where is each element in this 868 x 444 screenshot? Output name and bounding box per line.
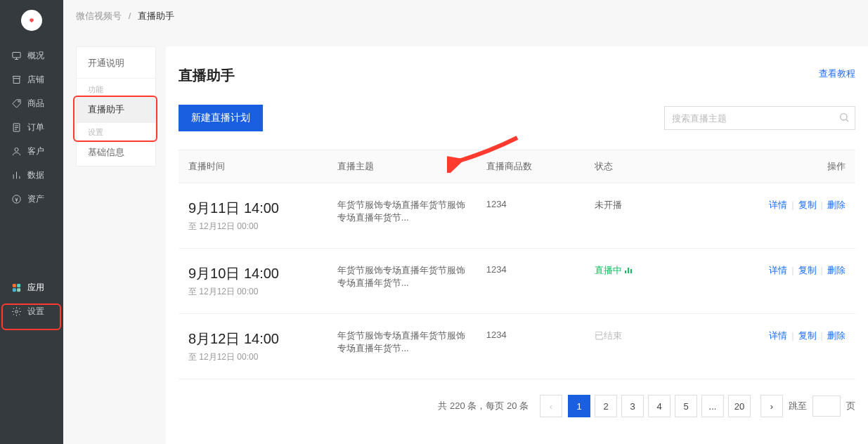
user-icon [11, 146, 22, 157]
col-status: 状态 [585, 150, 720, 183]
op-detail[interactable]: 详情 [769, 265, 787, 275]
page-prev-button[interactable]: ‹ [540, 395, 562, 417]
nav-goods[interactable]: 商品 [0, 91, 63, 115]
row-time-main: 8月12日 14:00 [188, 329, 318, 348]
apps-icon [11, 282, 22, 293]
op-copy[interactable]: 复制 [798, 330, 817, 341]
nav-data[interactable]: 数据 [0, 163, 63, 187]
monitor-icon [11, 51, 22, 61]
nav-item-label: 商品 [27, 98, 44, 110]
table-row: 8月12日 14:00至 12月12日 00:00年货节服饰专场直播年货节服饰专… [179, 314, 855, 379]
row-goods-count: 1234 [477, 249, 585, 314]
breadcrumb-current: 直播助手 [138, 11, 174, 21]
nav-shop[interactable]: 店铺 [0, 67, 63, 91]
page-number-button[interactable]: 3 [621, 395, 644, 417]
nav-item-label: 设置 [27, 306, 44, 318]
op-detail[interactable]: 详情 [769, 200, 787, 210]
col-ops: 操作 [720, 150, 855, 183]
table-row: 9月11日 14:00至 12月12日 00:00年货节服饰专场直播年货节服饰专… [179, 183, 855, 249]
svg-rect-0 [13, 52, 20, 58]
secondary-nav: 开通说明 功能 直播助手 设置 基础信息 [76, 46, 156, 166]
op-delete[interactable]: 删除 [827, 200, 846, 210]
status-not-started: 未开播 [595, 200, 622, 210]
live-plan-table: 直播时间 直播主题 直播商品数 状态 操作 9月11日 14:00至 12月12… [179, 150, 855, 379]
col-time: 直播时间 [179, 150, 328, 183]
subnav-section-feature: 功能 [77, 80, 155, 96]
nav-assets[interactable]: 资产 [0, 187, 63, 211]
nav-item-label: 概况 [27, 50, 44, 62]
primary-nav: 概况 店铺 商品 订单 客户 数据 资产 应用 设置 [0, 0, 63, 444]
page-number-button[interactable]: 2 [595, 395, 617, 417]
store-icon [11, 74, 22, 85]
subnav-basic-info[interactable]: 基础信息 [77, 139, 155, 166]
search-wrap [664, 106, 855, 130]
tag-icon [11, 98, 22, 109]
table-row: 9月10日 14:00至 12月12日 00:00年货节服饰专场直播年货节服饰专… [179, 249, 855, 314]
svg-point-9 [15, 310, 18, 313]
row-topic: 年货节服饰专场直播年货节服饰专场直播年货节... [328, 183, 477, 249]
nav-orders[interactable]: 订单 [0, 115, 63, 139]
op-copy[interactable]: 复制 [798, 265, 817, 275]
op-delete[interactable]: 删除 [827, 265, 846, 275]
page-number-button[interactable]: 5 [675, 395, 697, 417]
nav-item-label: 客户 [27, 145, 44, 157]
create-plan-button[interactable]: 新建直播计划 [179, 105, 263, 131]
op-delete[interactable]: 删除 [827, 330, 846, 341]
search-input[interactable] [664, 106, 855, 130]
row-goods-count: 1234 [477, 183, 585, 249]
nav-item-label: 数据 [27, 169, 44, 181]
nav-item-label: 应用 [27, 282, 44, 294]
op-copy[interactable]: 复制 [798, 200, 817, 210]
search-icon [838, 112, 850, 126]
breadcrumb-separator: / [129, 11, 131, 21]
svg-point-10 [841, 114, 847, 120]
svg-rect-5 [13, 283, 16, 287]
page-jump-input[interactable] [812, 396, 841, 417]
nav-overview[interactable]: 概况 [0, 44, 63, 67]
tutorial-link[interactable]: 查看教程 [819, 67, 855, 80]
svg-rect-7 [13, 288, 16, 292]
nav-item-label: 订单 [27, 122, 44, 133]
svg-rect-6 [17, 283, 20, 287]
nav-apps[interactable]: 应用 [0, 275, 63, 299]
page-title: 直播助手 [179, 66, 855, 85]
coin-icon [11, 194, 22, 204]
breadcrumb-root[interactable]: 微信视频号 [76, 11, 122, 21]
jump-unit: 页 [846, 400, 855, 412]
subnav-section-settings: 设置 [77, 123, 155, 139]
row-goods-count: 1234 [477, 314, 585, 379]
page-number-button[interactable]: 1 [568, 395, 590, 417]
svg-rect-8 [17, 288, 20, 292]
page-number-button[interactable]: 20 [728, 395, 751, 417]
gear-icon [11, 306, 22, 317]
op-detail[interactable]: 详情 [769, 330, 787, 341]
row-topic: 年货节服饰专场直播年货节服饰专场直播年货节... [328, 249, 477, 314]
live-indicator-icon [625, 268, 632, 273]
page-next-button[interactable]: › [760, 395, 783, 417]
page-number-button[interactable]: 4 [648, 395, 671, 417]
page-summary: 共 220 条，每页 20 条 [438, 400, 529, 412]
col-goods: 直播商品数 [477, 150, 585, 183]
subnav-open-guide[interactable]: 开通说明 [77, 47, 155, 77]
nav-item-label: 店铺 [27, 74, 44, 86]
row-time-sub: 至 12月12日 00:00 [188, 221, 318, 233]
bars-icon [11, 170, 22, 181]
main-content: 直播助手 查看教程 新建直播计划 直播时间 直播主题 直播商品数 状态 操作 9… [166, 46, 868, 444]
status-ended: 已结束 [595, 330, 622, 341]
row-time-main: 9月11日 14:00 [188, 199, 318, 218]
row-topic: 年货节服饰专场直播年货节服饰专场直播年货节... [328, 314, 477, 379]
row-time-main: 9月10日 14:00 [188, 264, 318, 283]
pagination: 共 220 条，每页 20 条 ‹ 12345...20 › 跳至 页 [179, 395, 855, 417]
nav-customers[interactable]: 客户 [0, 139, 63, 163]
svg-point-3 [15, 148, 18, 151]
row-time-sub: 至 12月12日 00:00 [188, 351, 318, 363]
app-logo [21, 10, 42, 31]
subnav-live-assistant[interactable]: 直播助手 [77, 96, 155, 123]
nav-settings[interactable]: 设置 [0, 299, 63, 323]
list-icon [11, 122, 22, 133]
row-time-sub: 至 12月12日 00:00 [188, 286, 318, 298]
nav-item-label: 资产 [27, 193, 44, 205]
status-live: 直播中 [595, 265, 622, 275]
svg-point-1 [18, 100, 20, 102]
col-topic: 直播主题 [328, 150, 477, 183]
